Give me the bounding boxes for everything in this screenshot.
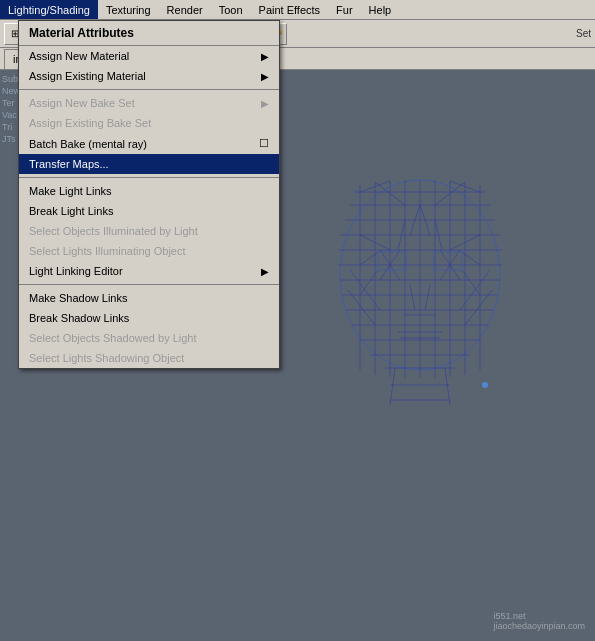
- svg-line-48: [360, 252, 378, 265]
- dropdown-header: Material Attributes: [19, 21, 279, 46]
- menu-sep-2: [19, 177, 279, 178]
- svg-line-51: [462, 270, 480, 295]
- head-mesh-viewport: [320, 170, 540, 410]
- watermark: i551.netjiaochedaoyinpian.com: [493, 611, 585, 631]
- submenu-arrow-1: ▶: [261, 51, 269, 62]
- svg-rect-32: [434, 252, 462, 270]
- svg-line-26: [445, 368, 450, 405]
- app-container: Lighting/Shading Texturing Render Toon P…: [0, 0, 595, 641]
- svg-line-50: [360, 270, 378, 295]
- svg-line-33: [410, 285, 415, 310]
- menu-paint-effects[interactable]: Paint Effects: [251, 0, 329, 19]
- svg-line-39: [460, 270, 490, 310]
- menu-fur[interactable]: Fur: [328, 0, 361, 19]
- menu-render[interactable]: Render: [159, 0, 211, 19]
- batch-bake-icon: ☐: [259, 137, 269, 150]
- svg-line-25: [390, 368, 395, 405]
- menu-make-shadow-links[interactable]: Make Shadow Links: [19, 288, 279, 308]
- menu-texturing[interactable]: Texturing: [98, 0, 159, 19]
- dropdown-menu: Material Attributes Assign New Material …: [18, 20, 280, 369]
- svg-line-34: [425, 285, 430, 310]
- submenu-arrow-4: ▶: [261, 266, 269, 277]
- svg-line-38: [350, 270, 380, 310]
- menu-sep-3: [19, 284, 279, 285]
- svg-rect-31: [378, 252, 406, 270]
- menu-make-light-links[interactable]: Make Light Links: [19, 181, 279, 201]
- menu-break-shadow-links[interactable]: Break Shadow Links: [19, 308, 279, 328]
- svg-line-49: [462, 252, 480, 265]
- menu-lighting-shading[interactable]: Lighting/Shading: [0, 0, 98, 19]
- menu-batch-bake[interactable]: Batch Bake (mental ray) ☐: [19, 133, 279, 154]
- menu-break-light-links[interactable]: Break Light Links: [19, 201, 279, 221]
- menu-bar: Lighting/Shading Texturing Render Toon P…: [0, 0, 595, 20]
- menu-assign-new-material[interactable]: Assign New Material ▶: [19, 46, 279, 66]
- menu-sep-1: [19, 89, 279, 90]
- menu-help[interactable]: Help: [361, 0, 400, 19]
- menu-transfer-maps[interactable]: Transfer Maps...: [19, 154, 279, 174]
- menu-select-lights-shadowing: Select Lights Shadowing Object: [19, 348, 279, 368]
- menu-assign-new-bake-set: Assign New Bake Set ▶: [19, 93, 279, 113]
- menu-toon[interactable]: Toon: [211, 0, 251, 19]
- toolbar-label-set: Set: [576, 28, 591, 39]
- submenu-arrow-3: ▶: [261, 98, 269, 109]
- menu-select-objects-illuminated: Select Objects Illuminated by Light: [19, 221, 279, 241]
- menu-light-linking-editor[interactable]: Light Linking Editor ▶: [19, 261, 279, 281]
- menu-assign-existing-material[interactable]: Assign Existing Material ▶: [19, 66, 279, 86]
- submenu-arrow-2: ▶: [261, 71, 269, 82]
- menu-select-objects-shadowed: Select Objects Shadowed by Light: [19, 328, 279, 348]
- menu-assign-existing-bake-set: Assign Existing Bake Set: [19, 113, 279, 133]
- menu-select-lights-illuminating: Select Lights Illuminating Object: [19, 241, 279, 261]
- svg-point-56: [482, 382, 488, 388]
